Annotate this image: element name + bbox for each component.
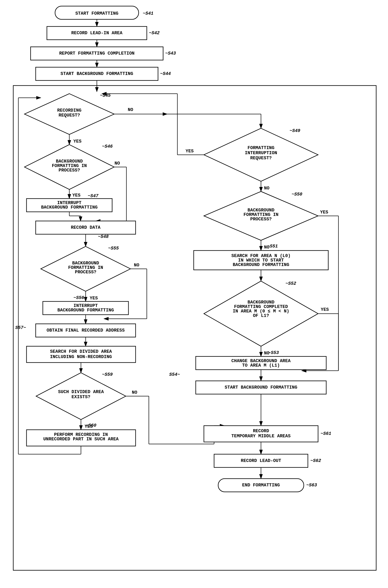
s56-text2: BACKGROUND FORMATTING <box>57 308 114 313</box>
s45-yes-label: YES <box>73 139 82 144</box>
s57-text: OBTAIN FINAL RECORDED ADDRESS <box>47 328 125 333</box>
s45-text2: REQUEST? <box>58 113 80 118</box>
s55-yes-label: YES <box>90 296 98 301</box>
s59-no-label: NO <box>132 390 137 395</box>
s49-no-label: NO <box>264 186 269 191</box>
s59-text2: EXISTS? <box>72 394 90 400</box>
s62-label: ~S62 <box>310 458 321 463</box>
s58-text2: INCLUDING NON-RECORDING <box>50 354 112 359</box>
s42-label: ~S42 <box>149 31 160 36</box>
s54-label: S54~ <box>169 372 180 377</box>
s48-text: RECORD DATA <box>71 225 100 230</box>
s54-text: START BACKGROUND FORMATTING <box>225 385 297 390</box>
s52-yes-label: YES <box>321 307 329 312</box>
s46-yes-label: YES <box>73 193 80 198</box>
s55-label: ~S55 <box>108 246 119 251</box>
s48-label: ~S48 <box>98 234 109 239</box>
s45-text1: RECORDING <box>57 108 82 113</box>
s55-no-label: NO <box>134 263 139 268</box>
s60-text2: UNRECORDED PART IN SUCH AREA <box>43 437 119 442</box>
s49-label: ~S49 <box>290 128 300 133</box>
s46-text3: PROCESS? <box>58 168 80 173</box>
s51-label: ~S51 <box>267 244 278 249</box>
s59-label: ~S59 <box>102 372 113 377</box>
s59-text1: SUCH DIVIDED AREA <box>58 390 104 394</box>
s62-text: RECORD LEAD-OUT <box>241 458 281 463</box>
s46-label: ~S46 <box>102 144 113 149</box>
s56-label: ~S56 <box>73 295 84 300</box>
s45-no-label: NO <box>128 107 133 112</box>
s41-label: ~S41 <box>143 11 153 16</box>
s57-label: S57~ <box>15 325 26 330</box>
s50-text3: PROCESS? <box>250 217 272 222</box>
s53-label: ~S53 <box>268 350 279 355</box>
s44-label: ~S44 <box>160 71 171 76</box>
s63-label: ~S63 <box>306 483 317 488</box>
s44-text: START BACKGROUND FORMATTING <box>61 71 133 76</box>
s61-text1: RECORD <box>253 429 269 434</box>
s41-text: START FORMATTING <box>75 11 118 16</box>
s49-text2: INTERRUPTION <box>245 151 277 156</box>
s61-text2: TEMPORARY MIDDLE AREAS <box>231 434 291 439</box>
s50-yes-label: YES <box>320 210 328 215</box>
s63-text: END FORMATTING <box>242 483 280 488</box>
s53-text2: TO AREA M (L1) <box>242 363 280 368</box>
s47-label: ~S47 <box>88 194 99 198</box>
s49-yes-label: YES <box>186 149 194 154</box>
s51-text3: BACKGROUND FORMATTING <box>233 262 289 267</box>
s52-label: ~S52 <box>286 281 296 286</box>
s61-label: ~S61 <box>320 431 331 436</box>
s46-no-label: NO <box>115 161 120 166</box>
flowchart-container: START FORMATTING ~S41 RECORD LEAD-IN ARE… <box>0 0 388 588</box>
s50-label: ~S50 <box>291 192 302 197</box>
s47-text2: BACKGROUND FORMATTING <box>41 205 97 210</box>
s49-text3: REQUEST? <box>250 156 272 161</box>
s58-text1: SEARCH FOR DIVIDED AREA <box>50 349 112 354</box>
s52-text4: OF L1? <box>253 313 269 318</box>
s43-text: REPORT FORMATTING COMPLETION <box>59 51 135 56</box>
s42-text: RECORD LEAD-IN AREA <box>71 31 123 36</box>
s49-text1: FORMATTING <box>247 145 274 151</box>
s43-label: ~S43 <box>165 51 176 56</box>
s60-label: ~S60 <box>86 423 97 428</box>
s55-text3: PROCESS? <box>75 270 97 275</box>
